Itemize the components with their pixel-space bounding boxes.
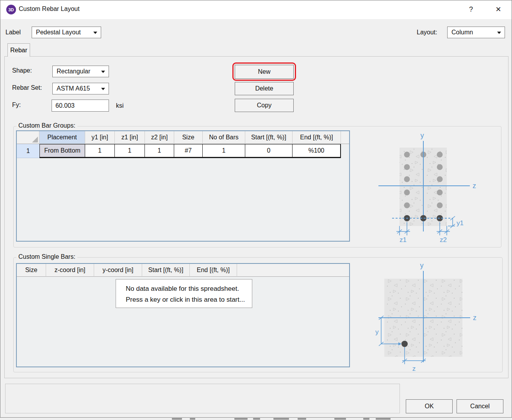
svg-text:z2: z2	[440, 236, 447, 244]
column-header-placement[interactable]: Placement	[39, 131, 85, 144]
svg-text:y: y	[420, 262, 424, 269]
shape-combobox-value: Rectangular	[57, 68, 90, 75]
cancel-button[interactable]: Cancel	[457, 399, 503, 413]
delete-button[interactable]: Delete	[235, 82, 294, 95]
custom-single-bars-title: Custom Single Bars:	[16, 253, 77, 260]
column-header-size[interactable]: Size	[174, 131, 203, 144]
column-header-filler	[237, 264, 349, 277]
empty-message-line1: No data available for this spreadsheet.	[126, 283, 252, 294]
column-header-no-of-bars[interactable]: No of Bars	[203, 131, 245, 144]
rebar-set-combobox[interactable]: ASTM A615	[52, 83, 109, 94]
custom-rebar-layout-dialog: 3D Custom Rebar Layout ? ✕ Label Pedesta…	[0, 0, 512, 418]
cell-size[interactable]: #7	[174, 144, 203, 158]
svg-text:y: y	[375, 328, 379, 336]
column-header-z1[interactable]: z1 [in]	[115, 131, 145, 144]
layout-combobox[interactable]: Column	[447, 27, 505, 38]
svg-text:z: z	[473, 182, 476, 190]
screen: 3D Custom Rebar Layout ? ✕ Label Pedesta…	[0, 0, 512, 420]
tab-rebar[interactable]: Rebar	[7, 43, 30, 57]
select-all-triangle-icon	[32, 137, 38, 142]
close-button[interactable]: ✕	[492, 4, 505, 15]
bar-groups-grid[interactable]: Placement y1 [in] z1 [in] z2 [in] Size N…	[16, 130, 350, 242]
svg-text:z: z	[412, 365, 416, 372]
svg-text:z: z	[473, 314, 476, 322]
chevron-down-icon	[93, 32, 97, 34]
chevron-down-icon	[101, 71, 105, 73]
column-header-size[interactable]: Size	[17, 264, 46, 277]
row-header-1[interactable]: 1	[17, 144, 39, 158]
layout-combobox-value: Column	[451, 29, 473, 36]
single-bars-header-row: Size z-coord [in] y-coord [in] Start [(f…	[17, 264, 349, 277]
fy-input[interactable]: 60.003	[52, 100, 109, 112]
column-header-start[interactable]: Start [(ft, %)]	[142, 264, 190, 277]
window-title: Custom Rebar Layout	[19, 5, 80, 12]
label-caption: Label	[5, 29, 21, 36]
svg-text:y1: y1	[457, 219, 464, 227]
svg-text:z1: z1	[400, 236, 407, 244]
help-button[interactable]: ?	[464, 4, 478, 15]
select-all-corner-cell[interactable]	[17, 131, 39, 144]
fy-input-value: 60.003	[55, 102, 75, 109]
bar-groups-header-row: Placement y1 [in] z1 [in] z2 [in] Size N…	[17, 131, 349, 144]
new-button[interactable]: New	[235, 65, 294, 79]
copy-button[interactable]: Copy	[235, 99, 294, 112]
status-message-box	[5, 384, 400, 413]
bar-groups-row-1: 1 From Bottom 1 1 1 #7 1 0 %100	[17, 144, 349, 158]
app-3d-icon: 3D	[6, 5, 16, 14]
fy-caption: Fy:	[12, 101, 21, 109]
shape-combobox[interactable]: Rectangular	[52, 66, 109, 77]
spreadsheet-empty-message[interactable]: No data available for this spreadsheet. …	[116, 279, 252, 308]
column-header-filler	[341, 131, 349, 144]
title-bar[interactable]: 3D Custom Rebar Layout ? ✕	[0, 0, 512, 19]
cell-z2[interactable]: 1	[145, 144, 174, 158]
shape-caption: Shape:	[12, 67, 32, 74]
column-header-start[interactable]: Start [(ft, %)]	[245, 131, 293, 144]
fy-unit: ksi	[116, 102, 124, 109]
layout-caption: Layout:	[417, 29, 437, 36]
custom-bar-groups-title: Custom Bar Groups:	[16, 122, 77, 129]
bar-groups-cross-section-diagram: y z y1 z1 z2	[371, 129, 504, 246]
column-header-z-coord[interactable]: z-coord [in]	[46, 264, 94, 277]
empty-message-line2: Press a key or click in this area to sta…	[126, 294, 252, 305]
column-header-end[interactable]: End [(ft, %)]	[293, 131, 341, 144]
single-bars-cross-section-diagram: y z y z	[367, 258, 504, 375]
background-app-strip	[0, 418, 512, 420]
cell-end[interactable]: %100	[293, 144, 341, 158]
svg-text:y: y	[421, 132, 424, 139]
rebar-set-caption: Rebar Set:	[12, 84, 42, 91]
cell-no-of-bars[interactable]: 1	[203, 144, 245, 158]
column-header-y-coord[interactable]: y-coord [in]	[94, 264, 142, 277]
label-combobox[interactable]: Pedestal Layout	[32, 27, 101, 38]
cell-start[interactable]: 0	[245, 144, 293, 158]
column-header-z2[interactable]: z2 [in]	[145, 131, 174, 144]
cell-z1[interactable]: 1	[115, 144, 145, 158]
label-combobox-value: Pedestal Layout	[36, 29, 81, 36]
column-header-end[interactable]: End [(ft, %)]	[190, 264, 237, 277]
rebar-set-combobox-value: ASTM A615	[57, 85, 90, 92]
cell-y1[interactable]: 1	[85, 144, 115, 158]
column-header-y1[interactable]: y1 [in]	[85, 131, 115, 144]
cell-placement[interactable]: From Bottom	[39, 144, 85, 158]
chevron-down-icon	[101, 88, 105, 90]
chevron-down-icon	[497, 32, 501, 34]
ok-button[interactable]: OK	[406, 399, 453, 413]
